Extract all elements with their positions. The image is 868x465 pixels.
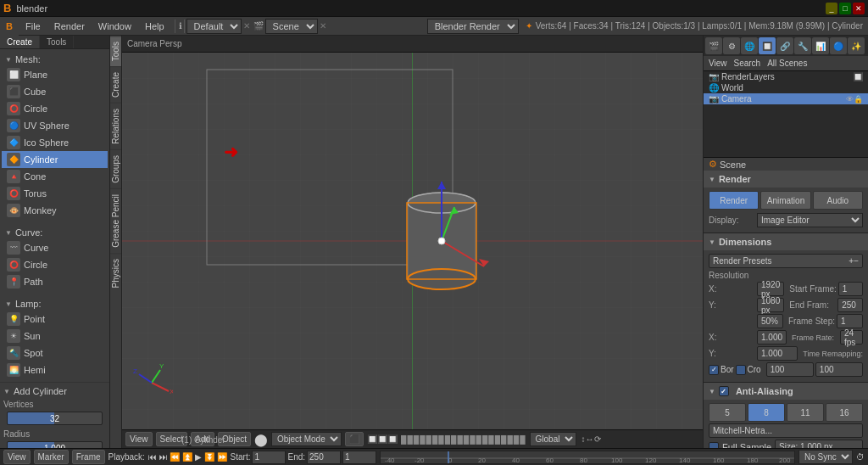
mesh-uv-sphere[interactable]: 🔵 UV Sphere <box>2 117 108 134</box>
size-field[interactable]: Size: 1.000 px <box>775 440 863 448</box>
engine-select[interactable]: Blender Render <box>427 19 519 34</box>
full-sample-checkbox[interactable] <box>709 442 719 449</box>
outliner-world[interactable]: 🌐 World <box>704 82 868 93</box>
vp-global-select[interactable]: Global <box>530 432 576 446</box>
curve-circle[interactable]: ⭕ Circle <box>2 256 108 273</box>
time-remap-2[interactable]: 100 <box>815 362 863 377</box>
vtab-tools[interactable]: Tools <box>110 36 121 66</box>
lamp-spot[interactable]: 🔦 Spot <box>2 345 108 361</box>
screen-select[interactable]: Default <box>186 19 242 34</box>
mesh-cube[interactable]: ⬛ Cube <box>2 83 108 100</box>
lamp-sun[interactable]: ☀ Sun <box>2 328 108 345</box>
display-select[interactable]: Image Editor <box>757 213 863 227</box>
radius-field[interactable]: 1.000 <box>7 441 103 448</box>
rpanel-tab-constraints[interactable]: 🔗 <box>776 37 793 54</box>
rpanel-tab-material[interactable]: 🔵 <box>830 37 847 54</box>
vp-pivot-btn[interactable]: ⬛ <box>345 432 364 446</box>
outliner-render-layers[interactable]: 📷 RenderLayers 🔲 <box>704 71 868 82</box>
audio-button[interactable]: Audio <box>813 191 863 210</box>
end-input[interactable] <box>307 451 341 464</box>
rpanel-tab-render[interactable]: 🎬 <box>705 37 722 54</box>
crop-checkbox[interactable] <box>736 365 746 375</box>
minimize-button[interactable]: _ <box>826 3 837 14</box>
curve-path[interactable]: 📍 Path <box>2 273 108 290</box>
timeline-ruler[interactable]: -40 -20 0 20 40 60 80 100 120 140 160 18… <box>380 451 795 464</box>
timeline-frame-btn[interactable]: Frame <box>72 450 105 464</box>
outliner-all-scenes[interactable]: All Scenes <box>767 59 807 68</box>
res-pct-field[interactable]: 50% <box>757 314 783 328</box>
outliner-search-btn[interactable]: Search <box>734 59 761 68</box>
svg-text:Y: Y <box>159 362 164 370</box>
vtab-grease-pencil[interactable]: Grease Pencil <box>110 188 121 253</box>
render-header[interactable]: Render <box>704 171 868 188</box>
end-frame-field[interactable]: 250 <box>837 298 863 312</box>
frame-step-field[interactable]: 1 <box>837 314 863 328</box>
vtab-create[interactable]: Create <box>110 66 121 103</box>
rpanel-tab-scene[interactable]: ⚙ <box>723 37 740 54</box>
vtab-groups[interactable]: Groups <box>110 149 121 188</box>
aa-5[interactable]: 5 <box>709 403 746 422</box>
timeline-view-btn[interactable]: View <box>3 450 31 464</box>
aspect-x-field[interactable]: 1.000 <box>757 330 787 345</box>
res-x-field[interactable]: 1920 px <box>757 282 784 296</box>
lamp-point[interactable]: 💡 Point <box>2 311 108 328</box>
scene-select[interactable]: Scene <box>265 19 318 34</box>
mesh-torus[interactable]: ⭕ Torus <box>2 185 108 202</box>
vtab-relations[interactable]: Relations <box>110 103 121 149</box>
rpanel-tab-data[interactable]: 📊 <box>812 37 829 54</box>
border-checkbox[interactable]: ✓ <box>709 365 719 375</box>
rpanel-tab-modifiers[interactable]: 🔧 <box>794 37 811 54</box>
vp-view-btn[interactable]: View <box>125 432 153 446</box>
lamp-hemi[interactable]: 🌅 Hemi <box>2 361 108 378</box>
svg-text:-40: -40 <box>385 457 395 463</box>
aa-8[interactable]: 8 <box>748 403 785 422</box>
plane-icon: ⬜ <box>7 68 20 81</box>
menu-window[interactable]: Window <box>92 20 138 33</box>
mesh-ico-sphere[interactable]: 🔷 Ico Sphere <box>2 134 108 151</box>
svg-text:140: 140 <box>679 457 691 463</box>
vtab-physics[interactable]: Physics <box>110 253 121 293</box>
mesh-cylinder[interactable]: 🔶 Cylinder <box>2 151 108 168</box>
close-button[interactable]: ✕ <box>853 3 865 14</box>
tab-create[interactable]: Create <box>0 36 40 48</box>
start-frame-field[interactable]: 1 <box>838 282 863 296</box>
rpanel-tab-particles[interactable]: ✨ <box>848 37 865 54</box>
tab-tools[interactable]: Tools <box>40 36 74 48</box>
current-frame-input[interactable] <box>342 451 376 464</box>
viewport[interactable]: Camera Persp <box>122 36 703 448</box>
mesh-circle[interactable]: ⭕ Circle <box>2 100 108 117</box>
mesh-monkey[interactable]: 🐵 Monkey <box>2 202 108 219</box>
border-label: Bor <box>721 365 734 374</box>
frame-rate-field[interactable]: 24 fps <box>840 330 863 345</box>
aa-checkbox[interactable]: ✓ <box>719 386 729 396</box>
outliner-view-btn[interactable]: View <box>709 59 727 68</box>
animation-button[interactable]: Animation <box>760 191 810 210</box>
timeline-marker-btn[interactable]: Marker <box>34 450 69 464</box>
start-input[interactable] <box>252 451 286 464</box>
mesh-cone[interactable]: 🔺 Cone <box>2 168 108 185</box>
res-y-field[interactable]: 1080 px <box>757 298 784 312</box>
aspect-y-field[interactable]: 1.000 <box>757 346 798 361</box>
menu-help[interactable]: Help <box>138 20 171 33</box>
outliner-camera[interactable]: 📷 Camera 👁🔒 <box>704 93 868 104</box>
rpanel-tab-object[interactable]: 🔲 <box>759 37 776 54</box>
vertices-field[interactable]: 32 <box>7 412 103 425</box>
menu-render[interactable]: Render <box>47 20 92 33</box>
viewport-canvas[interactable]: X Y Z ➜ <box>122 53 703 429</box>
time-remap-1[interactable]: 100 <box>766 362 814 377</box>
vp-mode-select[interactable]: Object Mode <box>271 432 342 446</box>
render-button[interactable]: Render <box>709 191 759 210</box>
aa-16[interactable]: 16 <box>826 403 863 422</box>
sync-select[interactable]: No Sync <box>798 450 853 464</box>
aa-11[interactable]: 11 <box>787 403 824 422</box>
rpanel-tab-world[interactable]: 🌐 <box>741 37 758 54</box>
dimensions-header[interactable]: Dimensions <box>704 233 868 250</box>
anti-aliasing-header[interactable]: ✓ Anti-Aliasing <box>704 383 868 400</box>
curve-bezier[interactable]: 〰 Curve <box>2 239 108 256</box>
mesh-plane[interactable]: ⬜ Plane <box>2 66 108 83</box>
cylinder-object[interactable] <box>391 177 492 305</box>
maximize-button[interactable]: □ <box>839 3 851 14</box>
aa-filter-field[interactable]: Mitchell-Netra... <box>709 423 863 438</box>
render-presets-field[interactable]: Render Presets +− <box>709 254 863 268</box>
menu-file[interactable]: File <box>19 20 47 33</box>
